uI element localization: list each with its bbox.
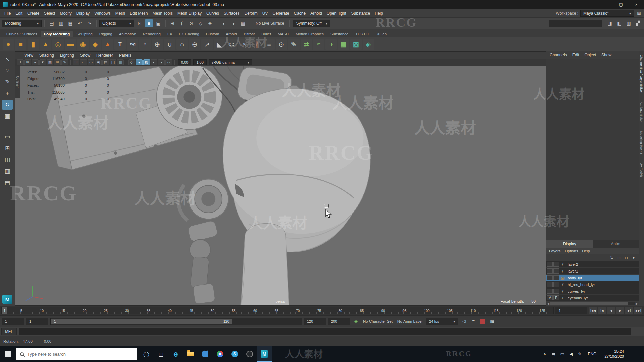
select-camera-icon[interactable]: ⌖ <box>17 59 24 65</box>
select-tool-icon[interactable]: ↖ <box>2 54 13 64</box>
scroll-right-icon[interactable]: ▶ <box>636 302 638 305</box>
poly-pyramid-icon[interactable]: ▲ <box>102 39 113 50</box>
shelf-tab[interactable]: Animation <box>116 31 139 37</box>
animation-start-field[interactable]: 1 <box>2 318 24 325</box>
layer-type-icon[interactable]: / <box>560 268 566 274</box>
channel-box-menu-item[interactable]: Show <box>601 53 611 57</box>
render-settings-icon[interactable]: ▩ <box>239 19 247 27</box>
poly-torus-icon[interactable]: ◎ <box>52 39 64 50</box>
target-weld-icon[interactable]: ⊙ <box>276 39 287 50</box>
ipr-render-icon[interactable]: ◑ <box>229 19 237 27</box>
persp-outliner-layout-icon[interactable]: ◫ <box>2 155 13 165</box>
view-transform-select[interactable]: sRGB gamma <box>209 59 252 65</box>
timeline-track[interactable]: 1 51015202530354045505560657075808590951… <box>1 307 554 314</box>
bevel-icon[interactable]: ◣ <box>214 39 225 50</box>
layer-editor-tab[interactable]: Anim <box>593 240 639 248</box>
shelf-tab[interactable]: TURTLE <box>352 31 373 37</box>
paint-weights-icon[interactable]: ▦ <box>338 39 349 50</box>
menu-item[interactable]: Edit Mesh <box>127 10 150 17</box>
start-button[interactable] <box>0 346 16 362</box>
grid-icon[interactable]: ⊞ <box>73 59 79 65</box>
mute-playback-icon[interactable]: ◁ <box>460 318 468 325</box>
menu-item[interactable]: Mesh Tools <box>150 10 175 17</box>
layer-playback-toggle[interactable]: P <box>553 295 559 300</box>
layer-visibility-toggle[interactable]: V <box>547 295 553 300</box>
move-to-origin-icon[interactable]: ⊕ <box>152 39 163 50</box>
current-frame-field[interactable]: 1 <box>555 307 587 314</box>
live-surface-label[interactable]: No Live Surface <box>253 21 287 26</box>
shelf-tab[interactable]: FX <box>164 31 175 37</box>
render-icon[interactable]: ◐ <box>220 19 228 27</box>
task-view-button[interactable]: ◫ <box>154 346 168 362</box>
outliner-panel-tab[interactable]: Outliner <box>15 66 20 98</box>
svg-tool-icon[interactable]: svg <box>127 39 138 50</box>
cortana-button[interactable]: ◯ <box>139 346 154 362</box>
layer-visibility-toggle[interactable] <box>547 262 553 267</box>
shelf-tab[interactable]: FX Caching <box>176 31 202 37</box>
sidebar-tab[interactable]: Modeling Toolkit <box>640 131 643 154</box>
layer-row[interactable]: ▨ body_lyr <box>546 275 639 281</box>
construction-plane-icon[interactable]: ⌖ <box>139 39 151 50</box>
workspace-options-icon[interactable]: ▦ <box>636 10 642 16</box>
shelf-tab[interactable]: Bifrost <box>241 31 258 37</box>
platonic-solid-icon[interactable]: ◆ <box>90 39 101 50</box>
current-time-marker[interactable]: 1 <box>2 307 7 314</box>
menu-item[interactable]: File <box>2 10 13 17</box>
image-plane-icon[interactable]: ▦ <box>47 59 53 65</box>
layer-visibility-toggle[interactable] <box>547 268 553 274</box>
sculpt-brush-icon[interactable]: ◑ <box>325 39 337 50</box>
layer-name[interactable]: curves_lyr <box>566 289 585 293</box>
custom-layout-icon[interactable]: ▤ <box>2 177 13 187</box>
layer-type-icon[interactable]: ▨ <box>560 275 566 280</box>
character-set-icon[interactable]: ◈ <box>352 318 360 325</box>
menu-item[interactable]: Select <box>42 10 57 17</box>
separate-icon[interactable]: ∩ <box>176 39 188 50</box>
lasso-tool-icon[interactable]: ◌ <box>2 65 13 75</box>
textured-icon[interactable]: ▨ <box>143 59 150 65</box>
mel-input[interactable] <box>19 328 631 335</box>
safe-title-icon[interactable]: ▥ <box>117 59 124 65</box>
maximize-button[interactable]: ▢ <box>613 0 629 9</box>
fps-select[interactable]: 24 fps <box>426 318 458 325</box>
microsoft-store-icon[interactable] <box>198 346 213 362</box>
sidebar-tab[interactable]: Attribute Editor <box>640 102 643 123</box>
multi-cut-icon[interactable]: × <box>238 39 250 50</box>
scale-tool-icon[interactable]: ▣ <box>2 111 13 121</box>
mirror-icon[interactable]: ⇄ <box>301 39 312 50</box>
shelf-tab[interactable]: Curves / Surfaces <box>3 31 40 37</box>
paint-select-tool-icon[interactable]: ✎ <box>2 77 13 87</box>
undo-icon[interactable]: ↶ <box>76 19 84 27</box>
layer-type-icon[interactable]: / <box>560 282 566 287</box>
open-scene-icon[interactable]: ▥ <box>57 19 65 27</box>
viewport-menu-item[interactable]: Panels <box>116 52 134 58</box>
layer-name[interactable]: hi_res_head_lyr <box>566 283 595 287</box>
channel-box-menu-item[interactable]: Edit <box>572 53 579 57</box>
redo-icon[interactable]: ↷ <box>85 19 93 27</box>
snap-to-grid-icon[interactable]: ⊞ <box>168 19 176 27</box>
smooth-shade-icon[interactable]: ● <box>136 59 143 65</box>
selection-mode-select[interactable]: Objects <box>99 20 134 27</box>
layer-type-icon[interactable]: / <box>560 262 566 267</box>
play-backwards-button[interactable]: ◀ <box>607 307 615 314</box>
exposure-field[interactable]: 0.00 <box>178 59 191 65</box>
viewport-menu-item[interactable]: Renderer <box>94 52 116 58</box>
viewport-menu-item[interactable]: Lighting <box>57 52 77 58</box>
shelf-tab[interactable]: Poly Modeling <box>41 31 73 37</box>
layer-visibility-toggle[interactable] <box>547 282 553 287</box>
shadows-icon[interactable]: ◑ <box>158 59 165 65</box>
layer-move-up-icon[interactable]: ⇅ <box>608 255 614 260</box>
quick-input-field[interactable] <box>549 20 602 27</box>
select-by-hierarchy-icon[interactable]: ⊡ <box>136 19 144 27</box>
layer-row[interactable]: / curves_lyr <box>546 288 639 295</box>
menu-item[interactable]: Mesh <box>113 10 127 17</box>
animation-end-field[interactable]: 200 <box>328 318 350 325</box>
xgen-shelf-icon[interactable]: ◈ <box>363 39 374 50</box>
poly-cone-icon[interactable]: ▲ <box>40 39 51 50</box>
layer-visibility-toggle[interactable] <box>547 289 553 294</box>
safe-action-icon[interactable]: ◫ <box>110 59 116 65</box>
language-indicator[interactable]: ENG <box>586 352 598 356</box>
layer-editor-menu-item[interactable]: Layers <box>549 249 561 253</box>
layer-type-icon[interactable]: / <box>560 295 566 300</box>
tray-chevron-icon[interactable]: ∧ <box>542 352 547 356</box>
camera-attributes-icon[interactable]: ≡ <box>32 59 39 65</box>
